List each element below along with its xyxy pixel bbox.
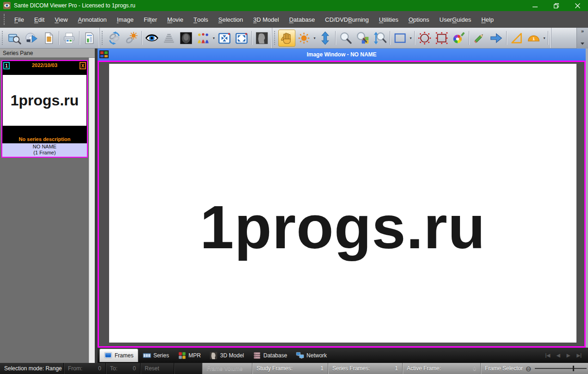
menu-options[interactable]: Options [404,14,435,25]
menu-edit[interactable]: Edit [29,14,49,25]
restore-button[interactable] [545,0,567,11]
tab-label: 3D Model [220,352,244,359]
status-reset[interactable]: Reset [141,363,174,374]
prev-frame-button[interactable]: ◀ [557,353,560,358]
volume-rendering-dropdown-caret-icon[interactable]: ▾ [212,36,216,40]
slider-handle[interactable] [573,366,574,371]
open-cd-button[interactable] [23,30,40,47]
menu-filter[interactable]: Filter [139,14,162,25]
series-close-button[interactable]: X [80,62,86,69]
pan-hand-icon [280,31,294,45]
slider-track[interactable] [535,368,587,369]
pencil-annotation-button[interactable] [471,30,488,47]
rect-roi-button[interactable] [433,30,450,47]
magnifier-roi-button[interactable] [354,30,371,47]
tile-frames-button[interactable] [216,30,233,47]
dicom-image-frame[interactable]: 1progs.ru [109,64,576,343]
sync-window-level-icon [125,31,138,45]
image-window-titlebar[interactable]: Image Window - NO NAME [98,49,586,61]
menu-movie[interactable]: Movie [162,14,189,25]
angle-protractor-dropdown-caret-icon[interactable]: ▾ [542,36,546,40]
menu-database[interactable]: Database [284,14,320,25]
sync-window-level-button[interactable] [123,30,140,47]
menu-selection[interactable]: Selection [213,14,248,25]
series-thumbnail-card[interactable]: 1 2022/10/03 X 1progs.ru No series descr… [1,60,88,158]
negative-face-button[interactable] [253,30,270,47]
rect-select-dropdown-caret-icon[interactable]: ▾ [409,36,413,40]
menubar-grip[interactable] [4,14,6,25]
fit-to-window-button[interactable] [233,30,250,47]
toolbar-grip[interactable] [274,31,276,45]
tab-database[interactable]: Database [249,349,291,362]
image-window: Image Window - NO NAME 1progs.ru FramesS… [98,49,588,363]
menu-file[interactable]: File [9,14,29,25]
series-pane-scrollbar[interactable] [89,58,95,363]
status-label: Active Frame: [407,365,441,372]
status-bar-right: Frame VolumeStudy Frames:1Series Frames:… [202,363,588,374]
next-frame-button[interactable]: ▶ [567,353,570,358]
window-level-sun-dropdown-caret-icon[interactable]: ▾ [312,36,317,40]
open-study-archive-button[interactable] [6,30,23,47]
menu-tools[interactable]: Tools [189,14,214,25]
menu-annotation[interactable]: Annotation [73,14,112,25]
status-study-frames: Study Frames:1 [252,363,328,374]
ellipse-roi-button[interactable] [416,30,433,47]
menu-view[interactable]: View [49,14,73,25]
cine-stack-button[interactable] [160,30,178,47]
toolbar-separator [141,31,142,45]
length-measure-button[interactable] [508,30,525,47]
status-label: Study Frames: [257,365,293,372]
volume-rendering-button[interactable] [195,30,212,47]
series-description: No series description [2,126,87,143]
dicom-image-text: 1progs.ru [200,192,486,262]
menu-cd-dvd-burning[interactable]: CD/DVD Burning [320,14,374,25]
status-value: 0 [98,365,101,372]
sync-link-button[interactable] [106,30,123,47]
minimize-button[interactable] [524,0,545,11]
menu-3d-model[interactable]: 3D Model [248,14,284,25]
print-button[interactable] [61,30,78,47]
window-level-sun-button[interactable] [295,30,312,47]
tile-windows-icon[interactable] [99,50,109,58]
toolbar-overflow[interactable]: » [576,28,588,49]
arrow-annotation-button[interactable] [488,30,505,47]
tab-3d-model[interactable]: 3D Model [205,349,248,362]
status-value: 1 [395,365,398,372]
first-frame-button[interactable]: |◀ [545,353,551,358]
zoom-updown-button[interactable] [371,30,388,47]
color-picker-button[interactable] [450,30,467,47]
menu-utilities[interactable]: Utilities [374,14,404,25]
report-icon [83,31,96,45]
tab-network[interactable]: Network [292,349,331,362]
view-eye-button[interactable] [143,30,160,47]
zoom-out-minus-icon[interactable]: ⊖ [526,365,532,372]
status-frame-selector: Frame Selector⊖⊕ [481,363,588,374]
series-pane-content: 1 2022/10/03 X 1progs.ru No series descr… [0,58,89,363]
status-value: 1 [320,365,324,372]
toolbar-groups: ▾▾▾▾ [0,28,551,48]
frame-selector-slider[interactable]: ⊖⊕ [526,365,588,372]
report-button[interactable] [81,30,98,47]
last-frame-button[interactable]: ▶| [577,353,582,358]
menu-help[interactable]: Help [476,14,499,25]
pan-hand-button[interactable] [278,30,295,47]
sync-link-icon [108,31,121,45]
toolbar-grip[interactable] [102,31,104,45]
toolbar-grip[interactable] [2,31,4,45]
window-titlebar: Sante DICOM Viewer Pro - Licensed to 1pr… [0,0,588,11]
tab-mpr[interactable]: MPR [174,349,205,362]
tab-frames[interactable]: Frames [99,349,138,362]
menu-user-guides[interactable]: User Guides [435,14,477,25]
status-bar-left: Selection mode: RangeFrom:0To:0Reset [0,363,202,374]
mri-preview-button[interactable] [178,30,195,47]
tab-series[interactable]: Series [139,349,173,362]
zoom-button[interactable] [337,30,354,47]
scroll-frames-button[interactable] [317,30,334,47]
menu-bar: FileEditViewAnnotationImageFilterMovieTo… [0,11,588,28]
close-button[interactable] [567,0,588,11]
save-study-button[interactable] [40,30,57,47]
rect-select-button[interactable] [392,30,409,47]
angle-protractor-button[interactable] [525,30,542,47]
series-thumbnail-image[interactable]: 1progs.ru [3,75,86,126]
menu-image[interactable]: Image [112,14,139,25]
